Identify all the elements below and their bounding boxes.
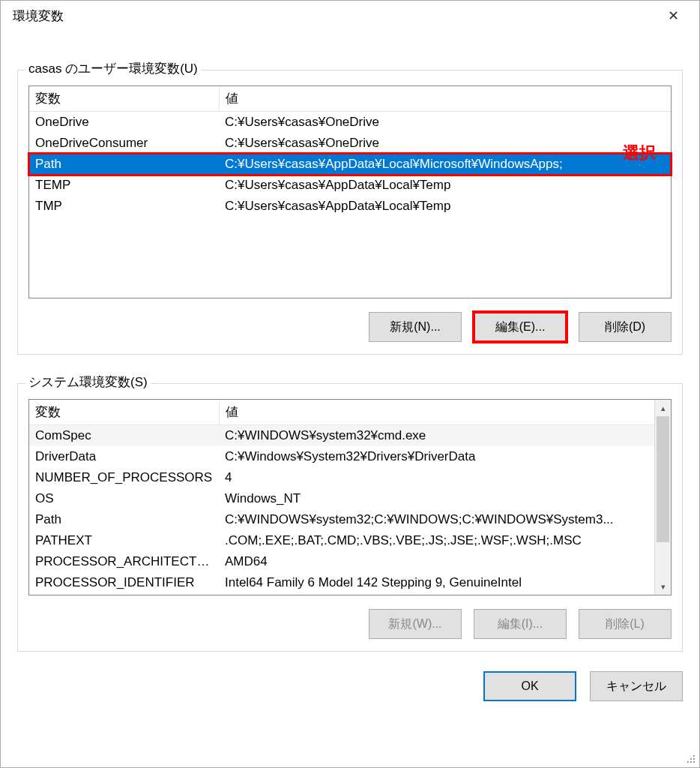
system-new-button[interactable]: 新規(W)... — [369, 609, 462, 639]
table-row[interactable]: PROCESSOR_ARCHITECTURE AMD64 — [29, 551, 654, 572]
svg-rect-3 — [687, 761, 689, 763]
table-row[interactable]: ComSpec C:¥WINDOWS¥system32¥cmd.exe — [29, 425, 654, 447]
table-row-selected[interactable]: Path C:¥Users¥casas¥AppData¥Local¥Micros… — [29, 154, 671, 175]
titlebar: 環境変数 ✕ — [1, 1, 699, 31]
user-vars-title: casas のユーザー環境変数(U) — [25, 60, 201, 77]
var-value: C:¥Users¥casas¥OneDrive — [219, 133, 671, 154]
var-name: Path — [29, 509, 219, 530]
table-row[interactable]: Path C:¥WINDOWS¥system32;C:¥WINDOWS;C:¥W… — [29, 509, 654, 530]
var-value: C:¥WINDOWS¥system32¥cmd.exe — [219, 425, 654, 447]
table-row[interactable]: DriverData C:¥Windows¥System32¥Drivers¥D… — [29, 446, 654, 467]
vertical-scrollbar[interactable]: ▴ ▾ — [654, 400, 671, 595]
var-name: NUMBER_OF_PROCESSORS — [29, 467, 219, 488]
table-row[interactable]: OS Windows_NT — [29, 488, 654, 509]
var-name: TEMP — [29, 175, 219, 196]
user-col-variable[interactable]: 変数 — [29, 86, 219, 112]
content-area: casas のユーザー環境変数(U) 選択 変数 値 OneDrive — [1, 70, 699, 652]
var-name: PATHEXT — [29, 530, 219, 551]
close-button[interactable]: ✕ — [656, 4, 690, 28]
table-row[interactable]: PROCESSOR_IDENTIFIER Intel64 Family 6 Mo… — [29, 572, 654, 593]
system-delete-button[interactable]: 削除(L) — [579, 609, 672, 639]
var-name: Path — [29, 154, 219, 175]
var-value: .COM;.EXE;.BAT;.CMD;.VBS;.VBE;.JS;.JSE;.… — [219, 530, 654, 551]
ok-button[interactable]: OK — [483, 671, 576, 701]
user-new-button[interactable]: 新規(N)... — [369, 312, 462, 342]
dialog-button-row: OK キャンセル — [1, 652, 699, 716]
var-value: 4 — [219, 467, 654, 488]
sys-col-variable[interactable]: 変数 — [29, 400, 219, 425]
user-delete-button[interactable]: 削除(D) — [579, 312, 672, 342]
close-icon: ✕ — [668, 8, 679, 24]
system-vars-group: システム環境変数(S) 変数 値 — [17, 383, 683, 652]
var-value: C:¥Users¥casas¥AppData¥Local¥Microsoft¥W… — [219, 154, 671, 175]
env-vars-dialog: 環境変数 ✕ casas のユーザー環境変数(U) 選択 変数 値 — [0, 0, 700, 768]
system-edit-button[interactable]: 編集(I)... — [474, 609, 567, 639]
svg-rect-5 — [693, 761, 695, 763]
scroll-up-icon[interactable]: ▴ — [655, 400, 671, 416]
var-value: AMD64 — [219, 551, 654, 572]
scroll-down-icon[interactable]: ▾ — [655, 578, 671, 595]
svg-rect-0 — [693, 755, 695, 757]
svg-rect-1 — [690, 758, 692, 760]
user-vars-group: casas のユーザー環境変数(U) 選択 変数 値 OneDrive — [17, 70, 683, 355]
system-button-row: 新規(W)... 編集(I)... 削除(L) — [28, 609, 672, 639]
var-value: C:¥Windows¥System32¥Drivers¥DriverData — [219, 446, 654, 467]
sys-col-value[interactable]: 値 — [219, 400, 654, 425]
user-edit-button[interactable]: 編集(E)... — [474, 312, 567, 342]
user-vars-table[interactable]: 選択 変数 値 OneDrive C:¥Users¥casas¥OneDrive — [28, 86, 672, 298]
scroll-thumb[interactable] — [657, 416, 669, 542]
svg-rect-4 — [690, 761, 692, 763]
var-value: Intel64 Family 6 Model 142 Stepping 9, G… — [219, 572, 654, 593]
table-row[interactable]: NUMBER_OF_PROCESSORS 4 — [29, 467, 654, 488]
var-name: PROCESSOR_ARCHITECTURE — [29, 551, 219, 572]
var-name: TMP — [29, 196, 219, 217]
var-name: OneDriveConsumer — [29, 133, 219, 154]
window-title: 環境変数 — [13, 8, 64, 25]
var-name: PROCESSOR_IDENTIFIER — [29, 572, 219, 593]
cancel-button[interactable]: キャンセル — [590, 671, 683, 701]
table-row[interactable]: TEMP C:¥Users¥casas¥AppData¥Local¥Temp — [29, 175, 671, 196]
user-col-value[interactable]: 値 — [219, 86, 671, 112]
var-value: C:¥Users¥casas¥AppData¥Local¥Temp — [219, 196, 671, 217]
var-value: C:¥Users¥casas¥AppData¥Local¥Temp — [219, 175, 671, 196]
var-name: DriverData — [29, 446, 219, 467]
scroll-track[interactable] — [655, 416, 671, 578]
svg-rect-2 — [693, 758, 695, 760]
var-name: OneDrive — [29, 112, 219, 134]
var-name: ComSpec — [29, 425, 219, 447]
user-button-row: 新規(N)... 編集(E)... 削除(D) — [28, 312, 672, 342]
var-name: OS — [29, 488, 219, 509]
var-value: C:¥Users¥casas¥OneDrive — [219, 112, 671, 134]
resize-grip-icon[interactable] — [686, 754, 696, 764]
table-row[interactable]: TMP C:¥Users¥casas¥AppData¥Local¥Temp — [29, 196, 671, 217]
table-row[interactable]: OneDrive C:¥Users¥casas¥OneDrive — [29, 112, 671, 134]
system-vars-title: システム環境変数(S) — [25, 374, 151, 391]
table-row[interactable]: PATHEXT .COM;.EXE;.BAT;.CMD;.VBS;.VBE;.J… — [29, 530, 654, 551]
table-row[interactable]: OneDriveConsumer C:¥Users¥casas¥OneDrive — [29, 133, 671, 154]
var-value: C:¥WINDOWS¥system32;C:¥WINDOWS;C:¥WINDOW… — [219, 509, 654, 530]
system-vars-table[interactable]: 変数 値 ComSpec C:¥WINDOWS¥system32¥cmd.exe… — [28, 399, 672, 596]
var-value: Windows_NT — [219, 488, 654, 509]
